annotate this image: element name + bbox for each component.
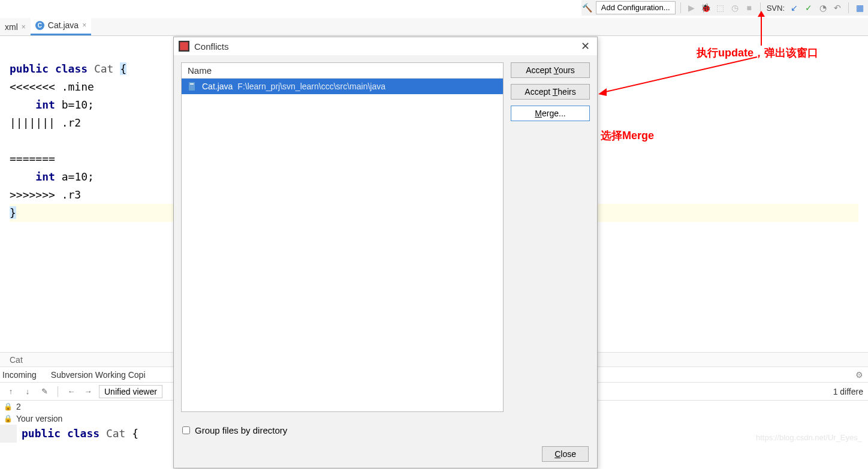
separator: [680, 2, 681, 13]
app-icon: [179, 41, 189, 52]
dialog-title: Conflicts: [194, 41, 229, 52]
code-keyword: int: [35, 170, 55, 183]
next-diff-icon[interactable]: ↓: [22, 387, 34, 396]
accept-yours-button[interactable]: Accept Yours: [511, 62, 590, 78]
merge-button[interactable]: Merge...: [511, 106, 590, 121]
lock-icon: 🔒: [4, 402, 13, 411]
java-class-icon: C: [35, 21, 44, 30]
code-line: >>>>>>> .r3: [10, 188, 81, 201]
close-icon[interactable]: ×: [82, 21, 86, 29]
separator: [58, 386, 58, 397]
code-line: <<<<<<< .mine: [10, 80, 94, 93]
diff-version-text: Your version: [16, 414, 62, 423]
svg-rect-3: [190, 83, 194, 85]
code-keyword: int: [35, 98, 55, 111]
separator: [848, 2, 849, 13]
svg-rect-1: [180, 42, 188, 50]
annotation-update: 执行update，弹出该窗口: [697, 46, 818, 60]
code-line: ||||||| .r2: [10, 116, 81, 129]
dialog-body: Name Cat.java F:\learn_prj\svn_learn\ccc…: [174, 55, 597, 419]
diff-line-number: 2: [16, 402, 21, 411]
forward-icon[interactable]: →: [82, 387, 94, 396]
tab-incoming[interactable]: Incoming: [2, 370, 37, 380]
breadcrumb-item[interactable]: Cat: [10, 355, 23, 365]
conflict-file-list: Name Cat.java F:\learn_prj\svn_learn\ccc…: [181, 62, 504, 412]
code-text: a=10;: [62, 170, 94, 183]
debug-icon[interactable]: 🐞: [700, 2, 712, 14]
history-icon[interactable]: ◔: [817, 2, 829, 14]
list-item[interactable]: Cat.java F:\learn_prj\svn_learn\ccc\src\…: [182, 79, 503, 94]
footer-buttons: Close: [182, 446, 589, 462]
svn-label: SVN:: [765, 4, 786, 13]
diff-count-label: 1 differe: [833, 387, 863, 396]
revert-icon[interactable]: ↶: [831, 2, 843, 14]
update-icon[interactable]: ↙: [788, 2, 800, 14]
diff-code[interactable]: public class Cat {: [17, 425, 138, 443]
close-icon[interactable]: ×: [22, 23, 26, 31]
conflicts-dialog: Conflicts ✕ Name Cat.java F:\learn_prj\s…: [173, 37, 598, 468]
java-file-icon: [188, 82, 197, 91]
watermark: https://blog.csdn.net/Ur_Eyes_: [756, 433, 862, 442]
viewer-mode-dropdown[interactable]: Unified viewer: [99, 385, 162, 398]
dialog-button-column: Accept Yours Accept Theirs Merge...: [511, 62, 590, 412]
tab-cat-java[interactable]: C Cat.java ×: [31, 18, 91, 35]
file-path: F:\learn_prj\svn_learn\ccc\src\main\java: [237, 82, 385, 91]
list-header-name[interactable]: Name: [182, 63, 503, 79]
commit-icon[interactable]: ✓: [803, 2, 815, 14]
code-line: =======: [10, 152, 55, 165]
close-button[interactable]: Close: [542, 446, 589, 462]
tab-svn-wc[interactable]: Subversion Working Copi: [51, 370, 146, 380]
coverage-icon[interactable]: ⬚: [715, 2, 727, 14]
edit-icon[interactable]: ✎: [38, 387, 50, 396]
prev-diff-icon[interactable]: ↑: [5, 387, 17, 396]
stop-icon[interactable]: ■: [743, 2, 755, 14]
dialog-titlebar[interactable]: Conflicts ✕: [174, 37, 597, 55]
code-text: b=10;: [62, 98, 94, 111]
editor-tabs: xml × C Cat.java ×: [0, 18, 868, 36]
code-class: Cat: [94, 62, 114, 75]
close-icon[interactable]: ✕: [578, 40, 592, 53]
code-keyword: class: [55, 62, 88, 75]
code-brace: {: [120, 62, 126, 75]
structure-icon[interactable]: ▦: [854, 2, 866, 14]
profile-icon[interactable]: ◷: [729, 2, 741, 14]
tab-label: Cat.java: [48, 20, 79, 30]
code-brace: }: [10, 206, 16, 219]
main-toolbar: 🔨 Add Configuration... ▶ 🐞 ⬚ ◷ ■ SVN: ↙ …: [581, 0, 868, 16]
file-name: Cat.java: [202, 82, 233, 91]
checkbox-input[interactable]: [182, 426, 190, 434]
lock-icon: 🔒: [4, 414, 13, 423]
build-icon[interactable]: 🔨: [581, 2, 593, 14]
gear-icon[interactable]: ⚙: [855, 370, 863, 380]
code-keyword: public: [10, 62, 49, 75]
run-config-dropdown[interactable]: Add Configuration...: [596, 1, 676, 14]
tab-label: xml: [5, 22, 18, 32]
separator: [760, 2, 761, 13]
run-icon[interactable]: ▶: [686, 2, 698, 14]
accept-theirs-button[interactable]: Accept Theirs: [511, 84, 590, 100]
dialog-footer: Group files by directory Close: [174, 419, 597, 468]
back-icon[interactable]: ←: [65, 387, 77, 396]
tab-xml[interactable]: xml ×: [0, 20, 31, 35]
group-by-dir-checkbox[interactable]: Group files by directory: [182, 425, 589, 435]
annotation-merge: 选择Merge: [601, 128, 654, 143]
gutter: [0, 425, 17, 443]
checkbox-label: Group files by directory: [195, 425, 287, 435]
